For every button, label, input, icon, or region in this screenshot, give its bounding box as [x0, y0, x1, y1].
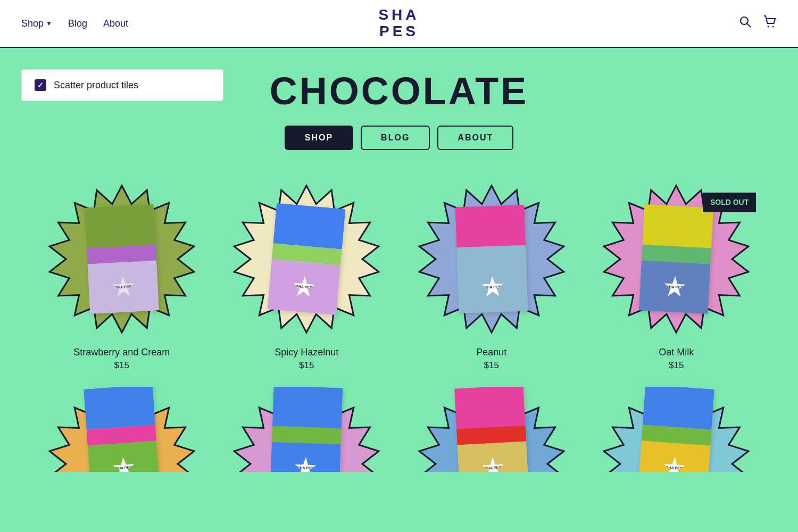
- search-icon[interactable]: [738, 15, 752, 32]
- svg-point-2: [768, 26, 769, 28]
- logo-line2: PES: [378, 23, 419, 40]
- product-image-wrap: SHA PES: [406, 177, 577, 342]
- blog-button[interactable]: BLOG: [361, 126, 430, 150]
- product-image-wrap: SHA PES: [221, 177, 392, 342]
- product-image-wrap: SHA PES: [591, 387, 761, 472]
- product-price: $15: [114, 360, 129, 371]
- svg-point-0: [741, 17, 748, 24]
- product-image-wrap: SHA PES: [37, 177, 207, 342]
- main-content: Scatter product tiles CHOCOLATE SHOP BLO…: [0, 48, 798, 532]
- svg-point-3: [772, 26, 774, 28]
- cart-icon[interactable]: [763, 15, 777, 32]
- shapes-stamp: SHA PES: [294, 456, 317, 472]
- product-card: SHA PES: [454, 387, 529, 472]
- product-card: SHA PES: [270, 387, 343, 472]
- product-image-wrap: SHA PES: [37, 387, 207, 472]
- product-image-wrap: SHA PESSOLD OUT: [591, 177, 761, 342]
- products-grid: SHA PESStrawberry and Cream$15SHA PESSpi…: [21, 177, 777, 371]
- product-name: Spicy Hazelnut: [275, 347, 338, 358]
- header-icons: [738, 15, 777, 32]
- product-tile[interactable]: SHA PESSOLD OUTOat Milk$15: [587, 177, 767, 371]
- shapes-stamp: SHA PES: [663, 276, 686, 299]
- svg-line-1: [747, 24, 751, 28]
- product-card: SHA PES: [638, 387, 714, 472]
- product-tile[interactable]: SHA PES: [32, 387, 212, 472]
- product-tile[interactable]: SHA PESPeanut$15: [402, 177, 581, 371]
- product-price: $15: [669, 360, 684, 371]
- chevron-down-icon: ▼: [46, 20, 52, 27]
- product-image-wrap: SHA PES: [221, 387, 392, 472]
- category-nav-buttons: SHOP BLOG ABOUT: [21, 126, 777, 150]
- product-tile[interactable]: SHA PES: [217, 387, 397, 472]
- product-tile[interactable]: SHA PESStrawberry and Cream$15: [32, 177, 212, 371]
- scatter-label: Scatter product tiles: [54, 80, 138, 91]
- product-tile[interactable]: SHA PES: [587, 387, 767, 472]
- product-card: SHA PES: [84, 387, 160, 472]
- shapes-stamp: SHA PES: [481, 456, 504, 472]
- product-price: $15: [299, 360, 314, 371]
- logo-line1: SHA: [378, 7, 419, 23]
- product-card: SHA PES: [455, 205, 528, 313]
- shop-nav-label: Shop: [21, 18, 44, 29]
- product-card: SHA PES: [85, 204, 159, 314]
- shop-button[interactable]: SHOP: [285, 126, 353, 150]
- shapes-stamp: SHA PES: [111, 276, 135, 299]
- main-nav: Shop ▼ Blog About: [21, 18, 128, 29]
- shop-dropdown[interactable]: Shop ▼: [21, 18, 52, 29]
- shapes-stamp: SHA PES: [292, 275, 317, 300]
- shapes-stamp: SHA PES: [112, 456, 136, 472]
- product-name: Oat Milk: [659, 347, 694, 358]
- about-nav-link[interactable]: About: [103, 18, 128, 29]
- product-name: Peanut: [476, 347, 506, 358]
- product-tile[interactable]: SHA PESSpicy Hazelnut$15: [217, 177, 397, 371]
- about-button[interactable]: ABOUT: [437, 126, 513, 150]
- scatter-checkbox[interactable]: [35, 79, 46, 91]
- shapes-stamp: SHA PES: [481, 276, 504, 298]
- shapes-stamp: SHA PES: [662, 456, 686, 472]
- product-image-wrap: SHA PES: [406, 387, 577, 472]
- product-name: Strawberry and Cream: [73, 347, 170, 358]
- product-card: SHA PES: [268, 203, 346, 315]
- header: Shop ▼ Blog About SHA PES: [0, 0, 798, 48]
- product-tile[interactable]: SHA PES: [402, 387, 581, 472]
- scatter-checkbox-container[interactable]: Scatter product tiles: [21, 69, 223, 101]
- product-price: $15: [484, 360, 499, 371]
- blog-nav-link[interactable]: Blog: [68, 18, 87, 29]
- sold-out-badge: SOLD OUT: [703, 193, 756, 212]
- site-logo[interactable]: SHA PES: [378, 7, 419, 40]
- product-card: SHA PES: [639, 204, 713, 314]
- products-grid-row2: SHA PESSHA PESSHA PESSHA PES: [21, 387, 777, 472]
